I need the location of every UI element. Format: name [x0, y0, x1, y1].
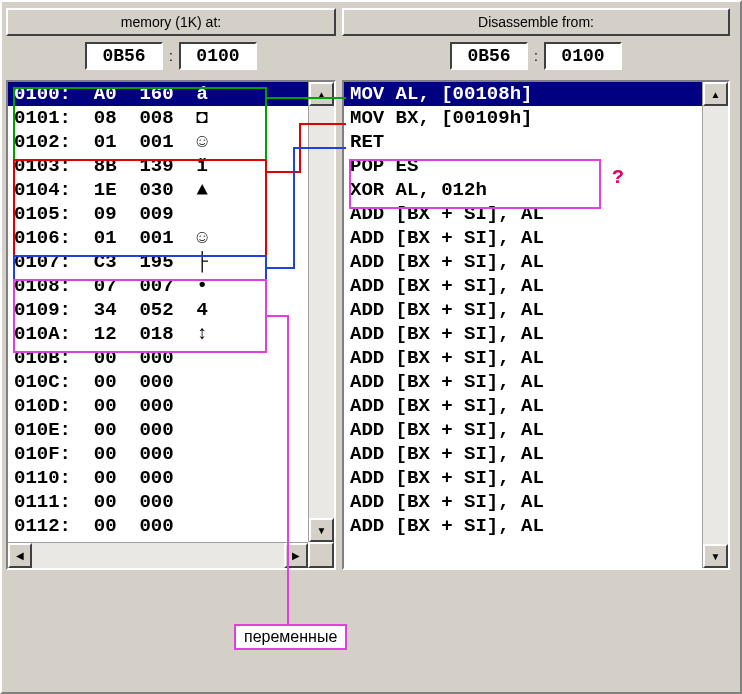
memory-list-body[interactable]: 0100: A0 160 á0101: 08 008 ◘0102: 01 001… — [8, 82, 308, 542]
disasm-row[interactable]: ADD [BX + SI], AL — [344, 298, 702, 322]
disasm-row[interactable]: ADD [BX + SI], AL — [344, 226, 702, 250]
disasm-row[interactable]: ADD [BX + SI], AL — [344, 418, 702, 442]
disasm-address-row: : — [342, 40, 730, 76]
memory-row[interactable]: 0100: A0 160 á — [8, 82, 308, 106]
disasm-list: MOV AL, [00108h]MOV BX, [00109h]RETPOP E… — [342, 80, 730, 570]
memory-row[interactable]: 0108: 07 007 • — [8, 274, 308, 298]
memory-row[interactable]: 0107: C3 195 ├ — [8, 250, 308, 274]
memory-row[interactable]: 0101: 08 008 ◘ — [8, 106, 308, 130]
memory-row[interactable]: 0112: 00 000 — [8, 514, 308, 538]
memory-row[interactable]: 010D: 00 000 — [8, 394, 308, 418]
scroll-track[interactable] — [703, 106, 728, 544]
disasm-row[interactable]: MOV BX, [00109h] — [344, 106, 702, 130]
disasm-row[interactable]: ADD [BX + SI], AL — [344, 490, 702, 514]
colon-label: : — [169, 48, 173, 64]
memory-list: 0100: A0 160 á0101: 08 008 ◘0102: 01 001… — [6, 80, 336, 570]
colon-label: : — [534, 48, 538, 64]
disasm-row[interactable]: ADD [BX + SI], AL — [344, 442, 702, 466]
scroll-left-icon[interactable]: ◀ — [8, 543, 32, 568]
memory-row[interactable]: 0104: 1E 030 ▲ — [8, 178, 308, 202]
memory-row[interactable]: 0109: 34 052 4 — [8, 298, 308, 322]
memory-panel: memory (1K) at: : 0100: A0 160 á0101: 08… — [6, 8, 336, 686]
disasm-row[interactable]: RET — [344, 130, 702, 154]
memory-vscrollbar[interactable]: ▲ ▼ — [308, 82, 334, 542]
memory-hscrollbar[interactable]: ◀ ▶ — [8, 542, 308, 568]
debugger-window: memory (1K) at: : 0100: A0 160 á0101: 08… — [0, 0, 742, 694]
disasm-row[interactable]: XOR AL, 012h — [344, 178, 702, 202]
disasm-offset-input[interactable] — [544, 42, 622, 70]
memory-row[interactable]: 010B: 00 000 — [8, 346, 308, 370]
scroll-track[interactable] — [309, 106, 334, 518]
scroll-down-icon[interactable]: ▼ — [703, 544, 728, 568]
disasm-list-body[interactable]: MOV AL, [00108h]MOV BX, [00109h]RETPOP E… — [344, 82, 702, 568]
disasm-row[interactable]: ADD [BX + SI], AL — [344, 394, 702, 418]
memory-segment-input[interactable] — [85, 42, 163, 70]
disasm-row[interactable]: ADD [BX + SI], AL — [344, 466, 702, 490]
disasm-vscrollbar[interactable]: ▲ ▼ — [702, 82, 728, 568]
disassembly-panel: Disassemble from: : MOV AL, [00108h]MOV … — [342, 8, 730, 686]
disasm-row[interactable]: MOV AL, [00108h] — [344, 82, 702, 106]
disasm-segment-input[interactable] — [450, 42, 528, 70]
memory-button[interactable]: memory (1K) at: — [6, 8, 336, 36]
scroll-corner — [308, 542, 334, 568]
scroll-down-icon[interactable]: ▼ — [309, 518, 334, 542]
memory-row[interactable]: 010A: 12 018 ↕ — [8, 322, 308, 346]
memory-address-row: : — [6, 40, 336, 76]
memory-row[interactable]: 0111: 00 000 — [8, 490, 308, 514]
scroll-up-icon[interactable]: ▲ — [309, 82, 334, 106]
disasm-row[interactable]: ADD [BX + SI], AL — [344, 346, 702, 370]
memory-offset-input[interactable] — [179, 42, 257, 70]
memory-row[interactable]: 010C: 00 000 — [8, 370, 308, 394]
memory-row[interactable]: 0106: 01 001 ☺ — [8, 226, 308, 250]
disassemble-button[interactable]: Disassemble from: — [342, 8, 730, 36]
memory-row[interactable]: 0105: 09 009 — [8, 202, 308, 226]
scroll-right-icon[interactable]: ▶ — [284, 543, 308, 568]
memory-row[interactable]: 010E: 00 000 — [8, 418, 308, 442]
disasm-row[interactable]: ADD [BX + SI], AL — [344, 514, 702, 538]
memory-row[interactable]: 0102: 01 001 ☺ — [8, 130, 308, 154]
disasm-row[interactable]: ADD [BX + SI], AL — [344, 322, 702, 346]
scroll-track[interactable] — [32, 543, 284, 568]
disasm-row[interactable]: ADD [BX + SI], AL — [344, 274, 702, 298]
variables-callout: переменные — [234, 624, 347, 650]
scroll-up-icon[interactable]: ▲ — [703, 82, 728, 106]
memory-row[interactable]: 010F: 00 000 — [8, 442, 308, 466]
disasm-row[interactable]: ADD [BX + SI], AL — [344, 370, 702, 394]
disasm-row[interactable]: ADD [BX + SI], AL — [344, 250, 702, 274]
disasm-row[interactable]: POP ES — [344, 154, 702, 178]
question-mark-annotation: ? — [612, 166, 624, 189]
memory-row[interactable]: 0110: 00 000 — [8, 466, 308, 490]
memory-row[interactable]: 0103: 8B 139 ï — [8, 154, 308, 178]
disasm-row[interactable]: ADD [BX + SI], AL — [344, 202, 702, 226]
